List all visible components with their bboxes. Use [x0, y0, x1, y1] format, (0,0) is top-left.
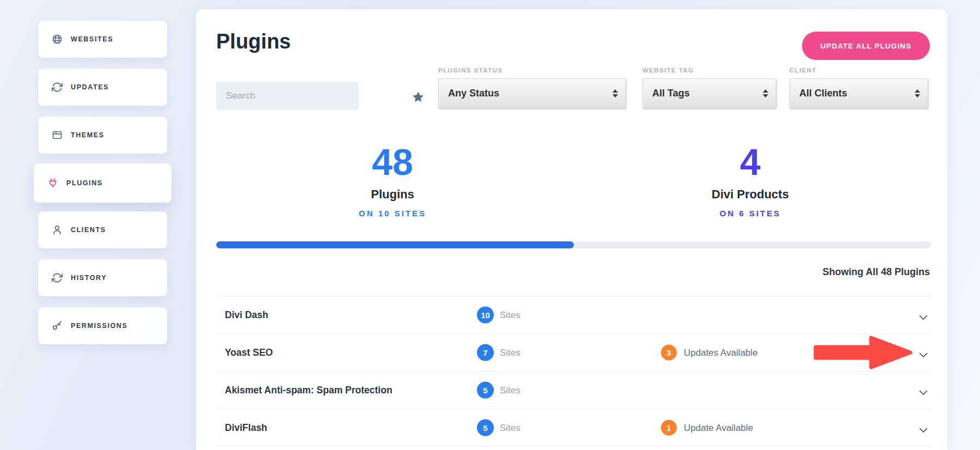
filter-website-tag: WEBSITE TAG All Tags [642, 67, 776, 108]
divi-products-sites-note: ON 6 SITES [669, 209, 832, 218]
plugin-name: Divi Dash [225, 309, 268, 321]
key-icon [52, 320, 63, 331]
sites-cell: 10 Sites [477, 307, 520, 324]
filter-label: CLIENT [789, 67, 928, 74]
filter-label: PLUGINS STATUS [438, 67, 626, 74]
progress-bar [216, 241, 931, 248]
chevron-down-icon[interactable] [919, 313, 928, 318]
select-arrows-icon [915, 89, 920, 98]
filter-client: CLIENT All Clients [789, 67, 928, 108]
client-select[interactable]: All Clients [789, 78, 928, 108]
update-all-plugins-button[interactable]: UPDATE ALL PLUGINS [802, 32, 930, 60]
divi-products-stat-label: Divi Products [669, 187, 832, 202]
sidebar-item-label: PERMISSIONS [71, 322, 127, 330]
sites-label: Sites [500, 309, 520, 320]
sidebar-item-label: UPDATES [71, 83, 109, 91]
updates-label: Updates Available [684, 347, 758, 358]
sites-cell: 5 Sites [477, 419, 520, 436]
plugins-stat-label: Plugins [311, 187, 474, 202]
updates-label: Update Available [684, 422, 753, 433]
plugin-name: DiviFlash [225, 422, 267, 434]
history-icon [52, 272, 63, 283]
filter-label: WEBSITE TAG [642, 67, 776, 74]
plugins-count: 48 [311, 143, 474, 180]
select-arrows-icon [763, 89, 768, 98]
plugins-table: Divi Dash 10 Sites Yoast SEO 7 Sites 3 U… [216, 296, 931, 447]
user-icon [52, 224, 63, 235]
sidebar-item-plugins[interactable]: PLUGINS [34, 163, 171, 203]
select-value: All Tags [652, 88, 690, 99]
sites-cell: 7 Sites [477, 344, 520, 361]
updates-cell: 3 Updates Available [661, 345, 758, 361]
search-input[interactable] [216, 82, 359, 110]
updates-cell: 1 Update Available [661, 420, 753, 436]
chevron-down-icon[interactable] [919, 350, 928, 355]
sidebar-item-label: THEMES [71, 131, 105, 139]
updates-count-badge: 1 [661, 420, 677, 436]
annotation-arrow [813, 335, 914, 370]
sites-count-badge: 10 [477, 307, 494, 324]
sidebar-item-label: CLIENTS [71, 226, 106, 234]
select-value: Any Status [448, 88, 499, 99]
plug-icon [47, 178, 58, 188]
select-value: All Clients [799, 88, 847, 99]
progress-fill [216, 241, 574, 248]
sidebar-item-label: HISTORY [71, 274, 107, 282]
list-summary: Showing All 48 Plugins [823, 266, 930, 278]
plugins-status-select[interactable]: Any Status [438, 78, 626, 108]
filter-plugins-status: PLUGINS STATUS Any Status [438, 67, 626, 108]
updates-count-badge: 3 [661, 345, 677, 361]
website-tag-select[interactable]: All Tags [642, 78, 776, 108]
select-arrows-icon [612, 89, 618, 98]
page-title: Plugins [216, 30, 291, 53]
chevron-down-icon[interactable] [919, 425, 928, 430]
sites-count-badge: 5 [477, 419, 494, 436]
sites-label: Sites [500, 385, 520, 396]
plugins-sites-note: ON 10 SITES [311, 209, 474, 218]
sidebar-item-themes[interactable]: THEMES [38, 117, 167, 154]
plugins-stat: 48 Plugins ON 10 SITES [311, 143, 474, 218]
divi-products-stat: 4 Divi Products ON 6 SITES [669, 143, 832, 218]
plugin-name: Akismet Anti-spam: Spam Protection [225, 385, 393, 396]
sidebar-item-history[interactable]: HISTORY [38, 259, 167, 296]
browser-window-icon [52, 130, 63, 141]
favorite-star-icon[interactable] [412, 90, 425, 104]
globe-icon [52, 34, 63, 45]
plugin-row-akismet[interactable]: Akismet Anti-spam: Spam Protection 5 Sit… [216, 372, 931, 409]
plugin-row-divi-dash[interactable]: Divi Dash 10 Sites [216, 296, 931, 334]
sites-count-badge: 5 [477, 382, 494, 399]
plugins-panel: Plugins UPDATE ALL PLUGINS PLUGINS STATU… [196, 9, 947, 450]
sidebar-item-permissions[interactable]: PERMISSIONS [38, 307, 167, 344]
app-window: WEBSITES UPDATES THEMES PLUGINS CLIENTS [0, 0, 980, 450]
sidebar-item-updates[interactable]: UPDATES [38, 69, 167, 106]
plugin-name: Yoast SEO [225, 347, 273, 358]
sidebar-item-websites[interactable]: WEBSITES [38, 21, 167, 58]
sidebar-item-clients[interactable]: CLIENTS [38, 211, 167, 248]
sites-label: Sites [500, 422, 520, 433]
divi-products-count: 4 [669, 143, 832, 180]
sites-count-badge: 7 [477, 344, 494, 361]
sites-label: Sites [500, 347, 520, 358]
plugin-row-diviflash[interactable]: DiviFlash 5 Sites 1 Update Available [216, 409, 931, 447]
sync-icon [52, 82, 63, 93]
sidebar-item-label: WEBSITES [71, 35, 113, 43]
sidebar-item-label: PLUGINS [66, 179, 103, 187]
chevron-down-icon[interactable] [919, 388, 928, 393]
sites-cell: 5 Sites [477, 382, 520, 399]
